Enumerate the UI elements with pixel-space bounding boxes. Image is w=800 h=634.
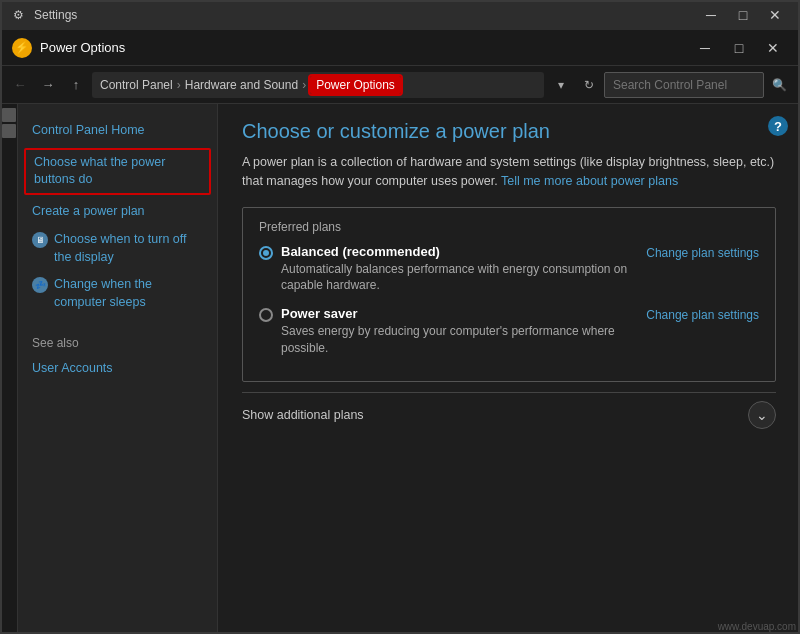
balanced-plan-left: Balanced (recommended) Automatically bal… — [259, 244, 646, 295]
watermark: www.devuap.com — [718, 621, 796, 632]
sidebar: Control Panel Home Choose what the power… — [18, 104, 218, 634]
settings-minimize-btn[interactable]: ─ — [696, 0, 726, 30]
settings-title-bar: ⚙ Settings ─ □ ✕ — [0, 0, 800, 30]
balanced-change-plan-link[interactable]: Change plan settings — [646, 244, 759, 260]
turn-off-display-label: Choose when to turn off the display — [54, 231, 203, 266]
content-area: ? Choose or customize a power plan A pow… — [218, 104, 800, 634]
additional-plans-label: Show additional plans — [242, 408, 364, 422]
power-maximize-btn[interactable]: □ — [724, 33, 754, 63]
preferred-plans-label: Preferred plans — [259, 220, 759, 234]
learn-more-link[interactable]: Tell me more about power plans — [501, 174, 678, 188]
power-title-bar: ⚡ Power Options ─ □ ✕ — [0, 30, 800, 66]
power-saver-plan-name: Power saver — [281, 306, 646, 321]
power-minimize-btn[interactable]: ─ — [690, 33, 720, 63]
balanced-plan-item: Balanced (recommended) Automatically bal… — [259, 244, 759, 295]
power-window-controls: ─ □ ✕ — [690, 33, 788, 63]
power-saver-plan-item: Power saver Saves energy by reducing you… — [259, 306, 759, 357]
computer-sleeps-icon: 💤 — [32, 277, 48, 293]
sidebar-link-computer-sleeps[interactable]: 💤 Change when the computer sleeps — [18, 271, 217, 316]
settings-window-controls: ─ □ ✕ — [696, 0, 790, 30]
breadcrumb-hardware-sound[interactable]: Hardware and Sound — [185, 78, 298, 92]
search-input[interactable] — [604, 72, 764, 98]
additional-plans-chevron-btn[interactable]: ⌄ — [748, 401, 776, 429]
settings-close-btn[interactable]: ✕ — [760, 0, 790, 30]
balanced-plan-desc: Automatically balances performance with … — [281, 261, 646, 295]
search-btn[interactable]: 🔍 — [766, 72, 792, 98]
balanced-plan-info: Balanced (recommended) Automatically bal… — [281, 244, 646, 295]
power-saver-plan-info: Power saver Saves energy by reducing you… — [281, 306, 646, 357]
turn-off-display-icon: 🖥 — [32, 232, 48, 248]
breadcrumb-control-panel[interactable]: Control Panel — [100, 78, 173, 92]
balanced-plan-name: Balanced (recommended) — [281, 244, 646, 259]
breadcrumb: Control Panel › Hardware and Sound › Pow… — [92, 72, 544, 98]
computer-sleeps-label: Change when the computer sleeps — [54, 276, 203, 311]
breadcrumb-dropdown-btn[interactable]: ▾ — [548, 72, 574, 98]
nav-back-btn[interactable]: ← — [8, 73, 32, 97]
nav-up-btn[interactable]: ↑ — [64, 73, 88, 97]
breadcrumb-power-options[interactable]: Power Options — [310, 76, 401, 94]
power-title: Power Options — [40, 40, 125, 55]
see-also-label: See also — [18, 316, 217, 354]
power-saver-radio[interactable] — [259, 308, 273, 322]
address-right-controls: ▾ ↻ 🔍 — [548, 72, 792, 98]
address-bar: ← → ↑ Control Panel › Hardware and Sound… — [0, 66, 800, 104]
nav-forward-btn[interactable]: → — [36, 73, 60, 97]
power-saver-plan-desc: Saves energy by reducing your computer's… — [281, 323, 646, 357]
settings-title: Settings — [34, 8, 77, 22]
additional-plans-row: Show additional plans ⌄ — [242, 392, 776, 437]
page-description: A power plan is a collection of hardware… — [242, 153, 776, 191]
power-app-icon: ⚡ — [12, 38, 32, 58]
sidebar-link-power-buttons[interactable]: Choose what the power buttons do — [24, 148, 211, 195]
power-saver-plan-left: Power saver Saves energy by reducing you… — [259, 306, 646, 357]
taskbar-strip — [0, 104, 18, 634]
settings-icon: ⚙ — [10, 7, 26, 23]
power-close-btn[interactable]: ✕ — [758, 33, 788, 63]
taskbar-item-2 — [2, 124, 16, 138]
main-layout: Control Panel Home Choose what the power… — [0, 104, 800, 634]
refresh-btn[interactable]: ↻ — [576, 72, 602, 98]
breadcrumb-sep-1: › — [177, 78, 181, 92]
power-saver-change-plan-link[interactable]: Change plan settings — [646, 306, 759, 322]
breadcrumb-sep-2: › — [302, 78, 306, 92]
sidebar-user-accounts[interactable]: User Accounts — [18, 354, 217, 384]
help-icon[interactable]: ? — [768, 116, 788, 136]
plans-section: Preferred plans Balanced (recommended) A… — [242, 207, 776, 382]
settings-maximize-btn[interactable]: □ — [728, 0, 758, 30]
sidebar-control-panel-home[interactable]: Control Panel Home — [18, 116, 217, 146]
taskbar-item-1 — [2, 108, 16, 122]
balanced-radio[interactable] — [259, 246, 273, 260]
page-title: Choose or customize a power plan — [242, 120, 776, 143]
sidebar-link-create-plan[interactable]: Create a power plan — [18, 197, 217, 227]
sidebar-link-turn-off-display[interactable]: 🖥 Choose when to turn off the display — [18, 226, 217, 271]
